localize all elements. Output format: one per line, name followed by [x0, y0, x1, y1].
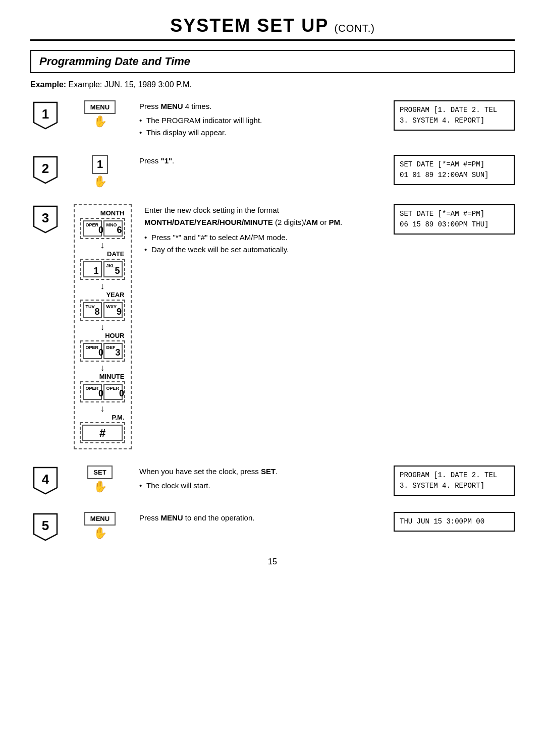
example-line: Example: Example: JUN. 15, 1989 3:00 P.M… [30, 80, 515, 89]
hash-key: # [82, 425, 123, 441]
step-2-desc: Press "1". [139, 153, 379, 167]
step-3-keyboard-icon: MONTH OPER 0 MNO 6 ↓ DATE [70, 202, 135, 449]
page-number-text: 15 [268, 557, 277, 566]
num1-key: 1 [83, 261, 102, 277]
step-2-display: SET DATE [*=AM #=PM] 01 01 89 12:00AM SU… [394, 155, 515, 185]
section-header-text: Programming Date and Time [39, 55, 190, 68]
hour-row: OPER 0 DEF 3 [80, 340, 125, 362]
step-4-num: 4 [30, 463, 61, 496]
num1-button-icon: 1 [92, 155, 108, 174]
keyboard-diagram: MONTH OPER 0 MNO 6 ↓ DATE [74, 204, 132, 449]
date-label: DATE [107, 250, 124, 258]
date-row: 1 JKL 5 [80, 259, 125, 280]
step-4-icon: SET ✋ [70, 463, 130, 493]
wxy-9-key: WXY 9 [103, 302, 123, 318]
step-1-desc: Press MENU 4 times. The PROGRAM indicato… [139, 98, 379, 139]
year-label: YEAR [106, 291, 124, 299]
step-1-row: 1 MENU ✋ Press MENU 4 times. The PROGRAM… [30, 98, 515, 139]
step-4-chevron: 4 [32, 466, 59, 496]
arrow-5: ↓ [100, 404, 105, 413]
jkl-5-key: JKL 5 [103, 261, 123, 277]
page-number: 15 [30, 557, 515, 566]
title-cont: (CONT.) [335, 23, 375, 34]
hour-label: HOUR [105, 332, 124, 339]
def-3-key: DEF 3 [103, 343, 123, 359]
step-2-row: 2 1 ✋ Press "1". SET DATE [*=AM #=PM] 01… [30, 153, 515, 188]
menu-button-icon: MENU [84, 100, 116, 114]
num1-label: 1 [97, 158, 103, 171]
step-1-num: 1 [30, 98, 61, 131]
menu-label: MENU [90, 103, 110, 111]
arrow-4: ↓ [100, 363, 105, 372]
minute-row: OPER 0 OPER 0 [80, 381, 125, 402]
step-1-icon: MENU ✋ [70, 98, 130, 128]
step-5-row: 5 MENU ✋ Press MENU to end the operation… [30, 510, 515, 542]
step-2-num: 2 [30, 153, 61, 185]
example-value: Example: JUN. 15, 1989 3:00 P.M. [69, 80, 192, 89]
step-1-display: PROGRAM [1. DATE 2. TEL 3. SYSTEM 4. REP… [394, 100, 515, 131]
step-5-display: THU JUN 15 3:00PM 00 [394, 512, 515, 532]
step-1-chevron: 1 [32, 100, 59, 131]
minute-label: MINUTE [99, 373, 125, 380]
title-text: SYSTEM SET UP [170, 15, 328, 36]
pm-row: # [80, 422, 125, 443]
pm-label: P.M. [112, 414, 124, 421]
arrow-1: ↓ [100, 241, 105, 250]
hand-icon-2: ✋ [93, 175, 107, 188]
step-5-num: 5 [30, 510, 61, 542]
step-2-icon: 1 ✋ [70, 153, 130, 188]
svg-text:3: 3 [42, 210, 49, 225]
month-row: OPER 0 MNO 6 [80, 218, 125, 239]
page-title: SYSTEM SET UP (CONT.) [30, 15, 515, 36]
oper-0-key: OPER 0 [83, 220, 102, 237]
step-3-desc: Enter the new clock setting in the forma… [144, 202, 379, 256]
step-4-desc: When you have set the clock, press SET. … [139, 463, 379, 492]
arrow-2: ↓ [100, 281, 105, 290]
steps-container: 1 MENU ✋ Press MENU 4 times. The PROGRAM… [30, 98, 515, 542]
year-row: TUV 8 WXY 9 [80, 300, 125, 321]
svg-text:4: 4 [42, 472, 49, 487]
step-4-row: 4 SET ✋ When you have set the clock, pre… [30, 463, 515, 496]
oper-0-4-key: OPER 0 [103, 384, 123, 400]
menu-label-5: MENU [90, 515, 110, 522]
step-3-num: 3 [30, 202, 61, 235]
oper-0-2-key: OPER 0 [83, 343, 102, 359]
tuv-8-key: TUV 8 [83, 302, 102, 318]
step-2-chevron: 2 [32, 155, 59, 185]
title-divider [30, 39, 515, 41]
step-4-display: PROGRAM [1. DATE 2. TEL 3. SYSTEM 4. REP… [394, 466, 515, 496]
step-5-icon: MENU ✋ [70, 510, 130, 540]
step-5-desc: Press MENU to end the operation. [139, 510, 379, 524]
section-header: Programming Date and Time [30, 50, 515, 73]
arrow-3: ↓ [100, 322, 105, 331]
mno-6-key: MNO 6 [103, 220, 123, 237]
hand-icon-1: ✋ [93, 115, 107, 128]
step-3-chevron: 3 [32, 204, 59, 235]
set-button-icon: SET [87, 466, 112, 479]
set-label: SET [93, 469, 106, 476]
menu-button-icon-5: MENU [84, 512, 116, 526]
step-5-chevron: 5 [32, 512, 59, 542]
step-3-display: SET DATE [*=AM #=PM] 06 15 89 03:00PM TH… [394, 204, 515, 235]
oper-0-3-key: OPER 0 [83, 384, 102, 400]
svg-text:1: 1 [42, 106, 49, 122]
hand-icon-4: ✋ [93, 480, 107, 493]
step-3-row: 3 MONTH OPER 0 MNO 6 ↓ [30, 202, 515, 449]
month-label: MONTH [100, 209, 125, 217]
hand-icon-5: ✋ [93, 527, 107, 540]
svg-text:2: 2 [42, 161, 49, 176]
svg-text:5: 5 [42, 518, 49, 533]
